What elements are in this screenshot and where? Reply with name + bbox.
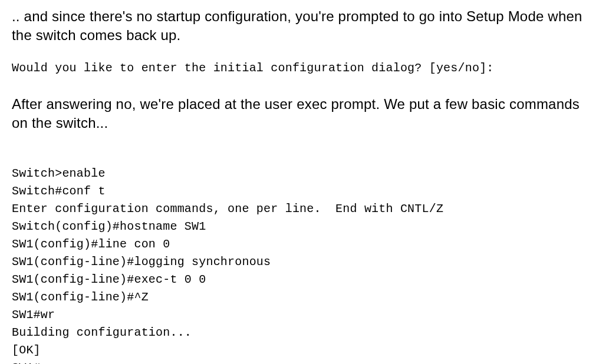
terminal-line: SW1(config-line)#logging synchronous bbox=[12, 255, 271, 269]
terminal-line: Switch#conf t bbox=[12, 184, 106, 198]
terminal-line: SW1(config)#line con 0 bbox=[12, 237, 170, 251]
terminal-line: [OK] bbox=[12, 343, 41, 357]
terminal-line: SW1(config-line)#exec-t 0 0 bbox=[12, 273, 206, 286]
terminal-line: Switch>enable bbox=[12, 167, 106, 180]
terminal-line: SW1#wr bbox=[12, 308, 55, 322]
terminal-line: Enter configuration commands, one per li… bbox=[12, 202, 443, 216]
terminal-line: SW1# bbox=[12, 361, 41, 364]
terminal-line: Building configuration... bbox=[12, 326, 192, 339]
setup-prompt-line: Would you like to enter the initial conf… bbox=[12, 59, 597, 77]
after-no-paragraph: After answering no, we're placed at the … bbox=[12, 95, 597, 133]
terminal-line: Switch(config)#hostname SW1 bbox=[12, 220, 206, 233]
terminal-line: SW1(config-line)#^Z bbox=[12, 290, 149, 304]
intro-paragraph: .. and since there's no startup configur… bbox=[12, 7, 597, 45]
terminal-output: Switch>enable Switch#conf t Enter config… bbox=[12, 147, 597, 364]
